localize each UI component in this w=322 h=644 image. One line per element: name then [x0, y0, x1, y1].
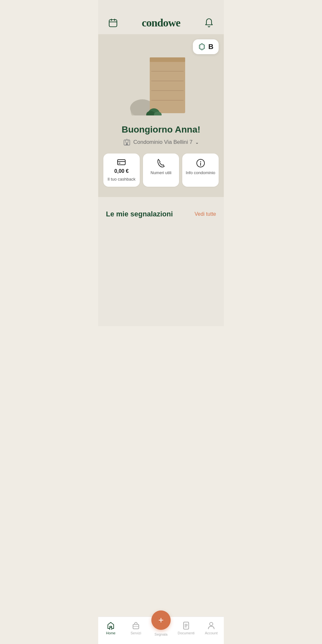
calendar-icon	[108, 18, 118, 28]
svg-rect-15	[126, 115, 196, 124]
svg-rect-22	[118, 160, 125, 165]
vedi-tutte-link[interactable]: Vedi tutte	[194, 211, 216, 217]
notification-button[interactable]	[203, 17, 215, 29]
card-icon	[117, 159, 126, 166]
svg-rect-0	[109, 20, 117, 27]
condominio-label: Condominio Via Bellini 7	[133, 139, 193, 145]
info-label: Info condominio	[186, 170, 215, 175]
info-card[interactable]: Info condominio	[182, 154, 219, 187]
badge-b[interactable]: B	[193, 39, 219, 54]
cashback-label: Il tuo cashback	[108, 177, 136, 182]
svg-rect-11	[150, 57, 185, 62]
svg-rect-21	[126, 143, 128, 145]
hero-section: B Buongiorno Anna! Condominio Via Bellin…	[98, 34, 224, 197]
action-cards: 0,00 € Il tuo cashback Numeri utili Info…	[98, 154, 224, 187]
svg-marker-17	[200, 45, 204, 49]
svg-rect-19	[126, 140, 128, 143]
section-title: Le mie segnalazioni	[106, 210, 173, 218]
main-content: Le mie segnalazioni Vedi tutte	[98, 197, 224, 326]
greeting-text: Buongiorno Anna!	[122, 124, 201, 135]
cashback-card[interactable]: 0,00 € Il tuo cashback	[103, 154, 140, 187]
phone-label: Numeri utili	[151, 170, 172, 175]
header: condowe	[98, 0, 224, 34]
condowe-badge-icon	[198, 43, 206, 51]
calendar-button[interactable]	[107, 17, 119, 29]
building-small-icon	[123, 139, 131, 146]
phone-icon	[157, 159, 165, 168]
app-logo: condowe	[119, 17, 203, 29]
badge-letter: B	[208, 43, 213, 51]
chevron-down-icon: ⌄	[195, 140, 199, 145]
condominio-selector[interactable]: Condominio Via Bellini 7 ⌄	[123, 139, 199, 146]
bell-icon	[204, 18, 214, 28]
info-icon	[196, 159, 205, 168]
phone-card[interactable]: Numeri utili	[143, 154, 179, 187]
building-svg	[126, 41, 196, 124]
segnalazioni-header: Le mie segnalazioni Vedi tutte	[106, 210, 216, 218]
svg-rect-6	[150, 60, 185, 113]
cashback-value: 0,00 €	[114, 168, 128, 174]
svg-rect-24	[118, 163, 120, 163]
svg-point-26	[200, 161, 201, 162]
